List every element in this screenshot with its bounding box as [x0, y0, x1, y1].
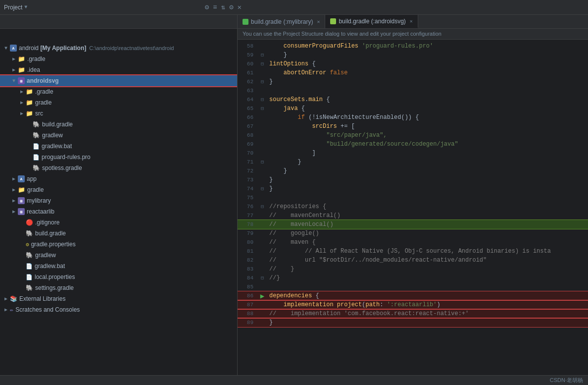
folder-icon-androidsvg-gradle2: 📁 — [26, 99, 33, 107]
tab-close-androidsvg[interactable]: ✕ — [410, 18, 413, 24]
arrow-external-libraries — [2, 296, 10, 302]
close-icon[interactable]: ✕ — [238, 3, 242, 11]
folder-icon-androidsvg-src: 📁 — [26, 110, 33, 117]
code-66: if (!isNewArchitectureEnabled()) { — [267, 114, 419, 121]
tree-item-root-gradlew[interactable]: 🐘 gradlew — [0, 250, 237, 261]
tree-item-android-root[interactable]: A android [My Application] C:\androidp\r… — [0, 43, 237, 54]
fold-62[interactable]: ⊟ — [261, 79, 264, 85]
tree-item-reactaarlib[interactable]: ▦ reactaarlib — [0, 206, 237, 217]
fold-60[interactable]: ⊟ — [261, 61, 264, 67]
tree-item-androidsvg-gradle[interactable]: 📁 .gradle — [0, 86, 237, 97]
tree-item-androidsvg-spotless[interactable]: 🐘 spotless.gradle — [0, 163, 237, 173]
tree-label-android-root: android [My Application] — [19, 45, 86, 52]
project-dropdown-arrow[interactable]: ▼ — [24, 4, 27, 10]
tree-label-idea: .idea — [27, 66, 40, 73]
gutter-74: ⊟ — [257, 186, 267, 192]
code-84: //} — [267, 275, 280, 281]
tree-item-androidsvg[interactable]: ▦ androidsvg — [0, 75, 237, 86]
tab-mylibrary[interactable]: build.gradle (:mylibrary) ✕ — [238, 15, 325, 28]
tree-label-androidsvg-gradlewbat: gradlew.bat — [42, 143, 72, 150]
tree-label-root-gradlew: gradlew — [35, 252, 56, 259]
line-num-75: 75 — [238, 195, 257, 201]
tree-item-gradle-hidden[interactable]: 📁 .gradle — [0, 54, 237, 64]
sidebar-toolbar-icons: ⚙ ≡ ⇅ ⚙ ✕ — [205, 3, 242, 11]
tree-item-androidsvg-proguard[interactable]: 📄 proguard-rules.pro — [0, 152, 237, 163]
code-line-67: 67 srcDirs += [ — [238, 122, 588, 131]
line-num-77: 77 — [238, 213, 257, 219]
code-58: consumerProguardFiles 'proguard-rules.pr… — [267, 43, 433, 50]
tree-item-external-libraries[interactable]: 📚 External Libraries — [0, 293, 237, 304]
tree-item-scratches[interactable]: ✏ Scratches and Consoles — [0, 304, 237, 315]
props-file-icon: ⚙ — [26, 241, 29, 248]
top-bar: Project ▼ ⚙ ≡ ⇅ ⚙ ✕ — [0, 0, 588, 15]
line-num-78: 78 — [238, 221, 257, 227]
run-marker-86[interactable]: ▶ — [260, 292, 264, 300]
code-line-64: 64 ⊟ sourceSets.main { — [238, 95, 588, 104]
arrow-mylibrary — [10, 198, 18, 204]
sort-icon[interactable]: ⇅ — [221, 3, 225, 11]
fold-64[interactable]: ⊟ — [261, 97, 264, 103]
arrow-androidsvg-src — [18, 110, 26, 116]
root-bat-icon: 📄 — [26, 263, 33, 270]
tree-item-idea[interactable]: 📁 .idea — [0, 64, 237, 75]
gear-icon[interactable]: ⚙ — [205, 3, 209, 11]
tree-item-local-properties[interactable]: 📄 local.properties — [0, 272, 237, 282]
arrow-androidsvg-gradle2 — [18, 100, 26, 106]
arrow-gradle-hidden — [10, 56, 18, 62]
code-line-73: 73 } — [238, 175, 588, 184]
arrow-androidsvg — [10, 78, 18, 84]
fold-74[interactable]: ⊟ — [261, 186, 264, 192]
arrow-android-root — [2, 46, 10, 51]
tree-label-androidsvg-spotless: spotless.gradle — [42, 165, 82, 171]
tab-bar: build.gradle (:mylibrary) ✕ build.gradle… — [0, 15, 588, 29]
code-editor[interactable]: 58 consumerProguardFiles 'proguard-rules… — [238, 40, 588, 375]
fold-84[interactable]: ⊟ — [261, 275, 264, 281]
fold-76[interactable]: ⊟ — [261, 204, 264, 210]
code-67: srcDirs += [ — [267, 123, 355, 130]
local-props-icon: 📄 — [26, 274, 33, 280]
line-num-83: 83 — [238, 266, 257, 272]
gutter-76: ⊟ — [257, 204, 267, 210]
tree-item-androidsvg-gradlew[interactable]: 🐘 gradlew — [0, 130, 237, 141]
tree-label-scratches: Scratches and Consoles — [15, 306, 80, 313]
tree-item-androidsvg-buildgradle[interactable]: 🐘 build.gradle — [0, 119, 237, 130]
tree-item-androidsvg-src[interactable]: 📁 src — [0, 108, 237, 119]
tree-item-root-gradlewbat[interactable]: 📄 gradlew.bat — [0, 261, 237, 272]
code-89: } — [267, 319, 273, 326]
folder-icon-androidsvg-gradle: 📁 — [26, 88, 33, 96]
tree-item-app[interactable]: A app — [0, 173, 237, 184]
tree-label-settings-gradle: settings.gradle — [35, 284, 74, 291]
line-num-86: 86 — [238, 293, 257, 299]
tree-item-root-buildgradle[interactable]: 🐘 build.gradle — [0, 228, 237, 239]
list-icon[interactable]: ≡ — [213, 3, 217, 11]
tree-label-androidsvg: androidsvg — [27, 77, 59, 84]
line-num-82: 82 — [238, 257, 257, 263]
tree-item-androidsvg-gradle2[interactable]: 📁 gradle — [0, 97, 237, 108]
fold-71[interactable]: ⊟ — [261, 159, 264, 165]
line-num-69: 69 — [238, 141, 257, 147]
fold-65[interactable]: ⊟ — [261, 106, 264, 111]
tree-item-settings-gradle[interactable]: 🐘 settings.gradle — [0, 282, 237, 293]
code-line-88: 88 // implementation 'com.facebook.react… — [238, 309, 588, 318]
tree-item-gitignore[interactable]: 🔴 .gitignore — [0, 217, 237, 228]
tab-androidsvg[interactable]: build.gradle (:androidsvg) ✕ — [325, 15, 418, 28]
gutter-86: ▶ — [257, 292, 267, 300]
tree-item-gradle-root[interactable]: 📁 gradle — [0, 184, 237, 195]
line-num-87: 87 — [238, 302, 257, 308]
settings-icon[interactable]: ⚙ — [229, 3, 233, 11]
line-num-66: 66 — [238, 114, 257, 120]
tree-item-gradle-properties[interactable]: ⚙ gradle.properties — [0, 239, 237, 250]
code-line-68: 68 "src/paper/java", — [238, 131, 588, 140]
code-line-82: 82 // url "$rootDir/../node_modules/reac… — [238, 256, 588, 265]
editor-area: You can use the Project Structure dialog… — [238, 29, 588, 375]
code-87: implementation project(path: ':reactaarl… — [267, 301, 441, 308]
settings-gradle-icon: 🐘 — [26, 284, 33, 292]
code-line-61: 61 abortOnError false — [238, 68, 588, 77]
tab-close-mylibrary[interactable]: ✕ — [317, 19, 320, 25]
tree-item-mylibrary[interactable]: ▦ mylibrary — [0, 195, 237, 206]
gutter-62: ⊟ — [257, 79, 267, 85]
code-line-69: 69 "build/generated/source/codegen/java" — [238, 140, 588, 149]
fold-59[interactable]: ⊟ — [261, 52, 264, 58]
tree-item-androidsvg-gradlewbat[interactable]: 📄 gradlew.bat — [0, 141, 237, 152]
folder-icon-idea: 📁 — [18, 66, 25, 74]
